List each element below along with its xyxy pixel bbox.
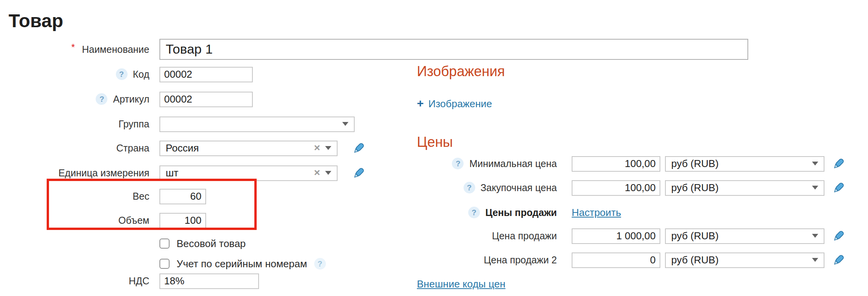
- help-icon[interactable]: ?: [464, 182, 475, 193]
- help-icon[interactable]: ?: [452, 158, 464, 169]
- sale-price-label: Цена продажи: [492, 230, 557, 241]
- help-icon[interactable]: ?: [314, 258, 326, 270]
- help-icon[interactable]: ?: [116, 68, 127, 80]
- code-input[interactable]: [159, 66, 253, 82]
- unit-select[interactable]: шт ✕: [159, 165, 338, 181]
- clear-icon[interactable]: ✕: [313, 169, 320, 177]
- sale-price-currency-select[interactable]: руб (RUB): [665, 228, 824, 244]
- help-icon[interactable]: ?: [468, 207, 480, 218]
- sale-prices-row: ? Цены продажи Настроить: [417, 204, 621, 221]
- article-label: Артикул: [113, 94, 149, 104]
- min-price-currency-select[interactable]: руб (RUB): [665, 156, 824, 171]
- purchase-price-currency-select[interactable]: руб (RUB): [665, 180, 824, 195]
- configure-link[interactable]: Настроить: [572, 207, 621, 218]
- plus-icon: +: [417, 96, 424, 110]
- currency-value: руб (RUB): [671, 230, 807, 242]
- edit-pencil-icon[interactable]: [352, 142, 365, 154]
- edit-pencil-icon[interactable]: [832, 181, 845, 194]
- min-price-row: ? Минимальная цена руб (RUB): [417, 155, 845, 172]
- volume-label: Объем: [118, 215, 149, 226]
- weight-goods-label: Весовой товар: [177, 238, 246, 249]
- country-label: Страна: [116, 143, 149, 153]
- purchase-price-input[interactable]: [572, 180, 660, 195]
- vat-label: НДС: [129, 275, 149, 286]
- chevron-down-icon[interactable]: [812, 186, 818, 190]
- volume-input[interactable]: [159, 212, 206, 228]
- min-price-input[interactable]: [572, 156, 660, 171]
- chevron-down-icon[interactable]: [325, 171, 331, 175]
- unit-label: Единица измерения: [58, 167, 149, 178]
- sale-price-row: Цена продажи руб (RUB): [417, 228, 845, 244]
- prices-section-title: Цены: [417, 134, 453, 151]
- purchase-price-label: Закупочная цена: [481, 182, 557, 193]
- sale-price-input[interactable]: [572, 228, 660, 244]
- currency-value: руб (RUB): [671, 254, 807, 266]
- edit-pencil-icon[interactable]: [352, 167, 365, 179]
- article-input[interactable]: [159, 91, 253, 107]
- sale-prices-label: Цены продажи: [485, 207, 557, 218]
- edit-pencil-icon[interactable]: [832, 157, 845, 170]
- currency-value: руб (RUB): [671, 158, 807, 169]
- help-icon[interactable]: ?: [96, 93, 108, 105]
- sale-price-2-label: Цена продажи 2: [484, 254, 557, 265]
- sale-price-2-currency-select[interactable]: руб (RUB): [665, 252, 824, 268]
- external-codes-row: Внешние коды цен: [417, 276, 506, 292]
- external-price-codes-link[interactable]: Внешние коды цен: [417, 278, 506, 290]
- name-input[interactable]: [159, 39, 748, 60]
- page-title: Товар: [9, 10, 63, 32]
- add-image-row: +Изображение: [417, 95, 492, 111]
- country-select[interactable]: Россия ✕: [159, 140, 338, 156]
- add-image-label: Изображение: [429, 98, 492, 110]
- serial-numbers-label: Учет по серийным номерам: [177, 258, 307, 270]
- images-section-title: Изображения: [417, 64, 505, 80]
- vat-input[interactable]: [159, 273, 259, 289]
- weight-label: Вес: [133, 191, 149, 202]
- purchase-price-row: ? Закупочная цена руб (RUB): [417, 179, 845, 196]
- required-mark: *: [71, 42, 75, 52]
- chevron-down-icon[interactable]: [342, 122, 348, 126]
- weight-goods-checkbox[interactable]: [159, 239, 170, 249]
- country-select-value: Россия: [166, 142, 309, 154]
- group-label: Группа: [119, 118, 149, 129]
- chevron-down-icon[interactable]: [812, 234, 818, 238]
- chevron-down-icon[interactable]: [812, 162, 818, 165]
- edit-pencil-icon[interactable]: [832, 254, 845, 266]
- chevron-down-icon[interactable]: [812, 258, 818, 262]
- add-image-link[interactable]: +Изображение: [417, 96, 492, 110]
- serial-numbers-checkbox[interactable]: [159, 259, 170, 269]
- weight-input[interactable]: [159, 188, 206, 204]
- product-form-page: Товар * Наименование ? Код ? Артикул Гру…: [0, 0, 868, 296]
- chevron-down-icon[interactable]: [325, 146, 331, 150]
- min-price-label: Минимальная цена: [469, 158, 557, 169]
- sale-price-2-input[interactable]: [572, 252, 660, 268]
- name-label: Наименование: [82, 44, 149, 55]
- edit-pencil-icon[interactable]: [832, 230, 845, 242]
- code-label: Код: [133, 69, 149, 80]
- clear-icon[interactable]: ✕: [313, 144, 320, 152]
- sale-price-2-row: Цена продажи 2 руб (RUB): [417, 252, 845, 268]
- currency-value: руб (RUB): [671, 182, 807, 193]
- group-select[interactable]: [159, 116, 355, 132]
- unit-select-value: шт: [166, 167, 309, 179]
